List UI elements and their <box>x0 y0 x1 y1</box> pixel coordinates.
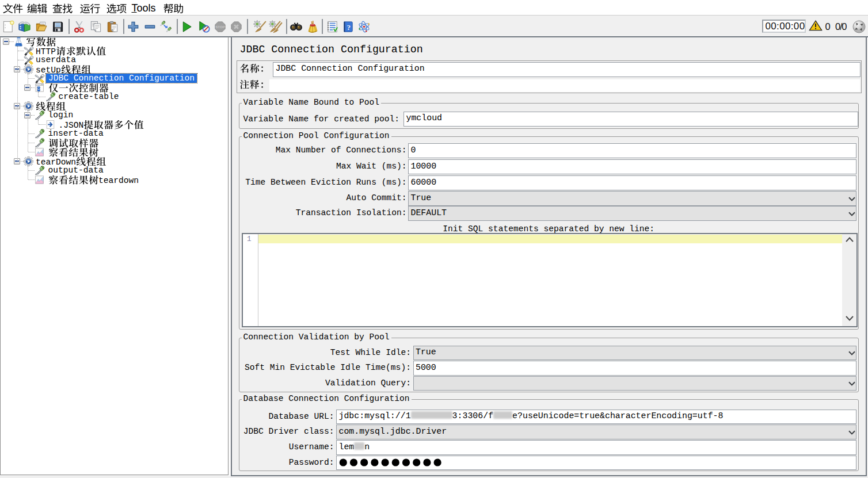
svg-text:?: ? <box>347 23 351 32</box>
svg-text:STOP: STOP <box>215 25 225 29</box>
